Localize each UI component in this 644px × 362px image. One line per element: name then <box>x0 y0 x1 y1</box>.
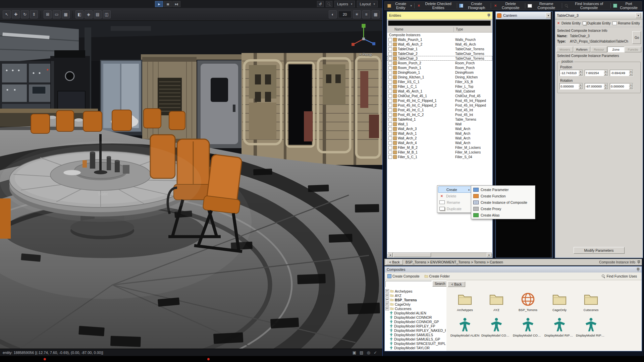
entity-row[interactable]: Room_Porch_2Room_Porch <box>387 61 492 65</box>
entity-checkbox[interactable] <box>388 85 392 88</box>
entity-row[interactable]: Wall_Arch_1Wall_Arch <box>387 131 492 136</box>
entity-checkbox[interactable] <box>388 104 392 107</box>
position-input[interactable] <box>610 70 629 76</box>
entity-checkbox[interactable] <box>388 43 392 46</box>
port-composite-button[interactable]: Port Composite <box>612 2 640 10</box>
grid-item-cageonly[interactable]: CageOnly <box>544 289 575 312</box>
entity-checkbox[interactable] <box>388 89 392 93</box>
split-view-icon[interactable]: ◫ <box>103 10 111 18</box>
menu-item-duplicate[interactable]: Duplicate <box>438 205 472 212</box>
go-button[interactable]: Go <box>632 31 641 44</box>
entity-row[interactable]: ChillOut_Pod_45_1ChillOut_Pod_45 <box>387 94 492 98</box>
play-button[interactable]: ▶ <box>155 1 163 7</box>
scrollbar-thumb[interactable] <box>393 253 431 257</box>
rotation-input[interactable] <box>610 83 629 89</box>
tab-movers[interactable]: Movers <box>556 47 573 52</box>
entity-checkbox[interactable] <box>388 99 392 103</box>
rename-composite-button[interactable]: Rename Composite <box>527 2 560 10</box>
entity-row[interactable]: Post_45_Int_C_Flipped_2Post_45_Int_Flipp… <box>387 103 492 108</box>
orientation-gizmo[interactable] <box>347 23 380 52</box>
entity-row[interactable]: Filler_S_C_1Filler_S_04 <box>387 155 492 159</box>
tab-functio[interactable]: Functio <box>625 47 641 52</box>
entity-row[interactable]: TableRnd_1Table_Torrens <box>387 117 492 122</box>
entity-checkbox[interactable] <box>388 127 392 131</box>
pause-button[interactable]: ▮▮ <box>164 1 172 7</box>
menu-item-delete[interactable]: ×Delete <box>438 193 472 199</box>
spinner-up-icon[interactable]: ▲ <box>629 70 633 73</box>
spinner-up-icon[interactable]: ▲ <box>604 70 608 73</box>
marquee-select-icon[interactable]: ▭ <box>53 10 61 18</box>
entity-checkbox[interactable] <box>388 141 392 145</box>
dropdown-arrow-icon[interactable]: ▾ <box>546 13 551 18</box>
entity-row[interactable]: Filler_M_B_2Filler_M_Lockers <box>387 145 492 150</box>
tree-item-displaymodel-ripley-naked-fp[interactable]: DisplayModel RIPLEY_NAKED_FP <box>385 328 446 333</box>
entity-checkbox[interactable] <box>388 150 392 154</box>
pin-icon[interactable] <box>637 260 640 264</box>
spinner-up-icon[interactable]: ▲ <box>629 83 633 86</box>
tree-item-cageonly[interactable]: CageOnly <box>385 302 446 306</box>
grid-icon[interactable]: ▦ <box>372 10 380 18</box>
find-function-uses-button[interactable]: Find Function Uses <box>599 274 639 279</box>
layers-dropdown[interactable]: Layers ▾ <box>334 1 355 7</box>
entity-row[interactable]: DiningRoom_1DiningRoom <box>387 70 492 75</box>
menu-item-rename[interactable]: Rename <box>438 199 472 205</box>
spinner-down-icon[interactable]: ▼ <box>579 86 583 89</box>
shading-sphere-icon[interactable]: ◐ <box>329 10 337 18</box>
tree-item-bsp-torrens[interactable]: BSP_Torrens <box>385 298 446 302</box>
grid-toggle-icon[interactable]: ▦ <box>62 10 70 18</box>
browser-back-button[interactable]: < Back <box>448 282 465 287</box>
grid-item-displaymodel-riple[interactable]: DisplayModel RIPLE... <box>575 314 607 337</box>
spinner-down-icon[interactable]: ▼ <box>604 86 608 89</box>
scale-tool-icon[interactable]: ⇕ <box>30 10 38 18</box>
entity-checkbox[interactable] <box>388 122 392 126</box>
menu-item-create-proxy[interactable]: Create Proxy <box>472 205 534 212</box>
properties-header[interactable]: TableChair_3 ▾ <box>555 12 643 19</box>
rename-entity-button[interactable]: Rename Entity <box>612 21 640 25</box>
tree-item-ayz[interactable]: AYZ <box>385 293 446 298</box>
entities-filter-input[interactable] <box>388 20 491 26</box>
dropdown-arrow-icon[interactable]: ▾ <box>636 13 641 18</box>
column-type[interactable]: Type <box>456 27 463 31</box>
record-icon[interactable]: ◎ <box>367 350 370 355</box>
create-composite-button[interactable]: Create Composite <box>387 274 420 278</box>
entity-row[interactable]: TableChair_1TableChair_Torrens <box>387 47 492 51</box>
tree-item-displaymodel-samuels[interactable]: DisplayModel SAMUELS <box>385 333 446 337</box>
list-icon[interactable]: ≡ <box>362 10 370 18</box>
grid-item-displaymodel-riple[interactable]: DisplayModel RIPLE... <box>544 314 575 337</box>
light-icon[interactable]: ☀ <box>353 10 361 18</box>
entity-row[interactable]: TableChair_3TableChair_Torrens <box>387 56 492 61</box>
screenshot-icon[interactable]: ▣ <box>353 350 356 355</box>
composite-instance-info-tab[interactable]: Composite Instance Info <box>599 260 640 264</box>
wireframe-icon[interactable]: ◈ <box>85 10 93 18</box>
entity-row[interactable]: Walls_Pourch_1Walls_Pourch <box>387 37 492 42</box>
grid-item-bsp-torrens[interactable]: BSP_Torrens <box>512 289 544 312</box>
entity-checkbox[interactable] <box>388 118 392 121</box>
entity-row[interactable]: Post_45_Int_C_Flipped_1Post_45_Int_Flipp… <box>387 98 492 103</box>
find-instances-of-composite-button[interactable]: Find Instances of Composite <box>564 2 609 10</box>
vertical-scrollbar[interactable] <box>551 12 552 258</box>
expander-icon[interactable] <box>385 294 389 297</box>
entity-row[interactable]: Wall_45_Arch_2Wall_45_Arch <box>387 42 492 47</box>
entity-checkbox[interactable] <box>388 136 392 140</box>
tab-zone[interactable]: Zone <box>607 47 624 52</box>
delete-checked-entities-button[interactable]: ×Delete Checked Entities <box>416 2 455 10</box>
entity-checkbox[interactable] <box>388 47 392 51</box>
tree-item-displaymodel-connor[interactable]: DisplayModel CONNOR <box>385 315 446 319</box>
entity-checkbox[interactable] <box>388 38 392 42</box>
scroll-left-icon[interactable]: ◂ <box>388 253 393 257</box>
entity-checkbox[interactable] <box>388 66 392 70</box>
menu-item-create-instance-of-composite[interactable]: Create Instance of Composite <box>472 199 534 205</box>
expander-icon[interactable] <box>385 289 389 293</box>
entity-row[interactable]: Post_45_Int_C_2Post_45_Int <box>387 112 492 117</box>
entity-checkbox[interactable] <box>388 94 392 98</box>
back-button[interactable]: < Back <box>386 260 403 265</box>
spinner-down-icon[interactable]: ▼ <box>579 73 583 76</box>
entity-row[interactable]: Filler_L_C_1Filler_L_Top <box>387 84 492 89</box>
entity-checkbox[interactable] <box>388 75 392 79</box>
entities-panel-header[interactable]: Entities <box>387 12 492 19</box>
entity-checkbox[interactable] <box>388 61 392 65</box>
grid-item-archetypes[interactable]: Archetypes <box>449 289 481 312</box>
pin-icon[interactable] <box>487 14 490 17</box>
create-flowgraph-button[interactable]: Create Flowgraph <box>459 2 489 10</box>
create-folder-button[interactable]: Create Folder <box>424 274 450 278</box>
